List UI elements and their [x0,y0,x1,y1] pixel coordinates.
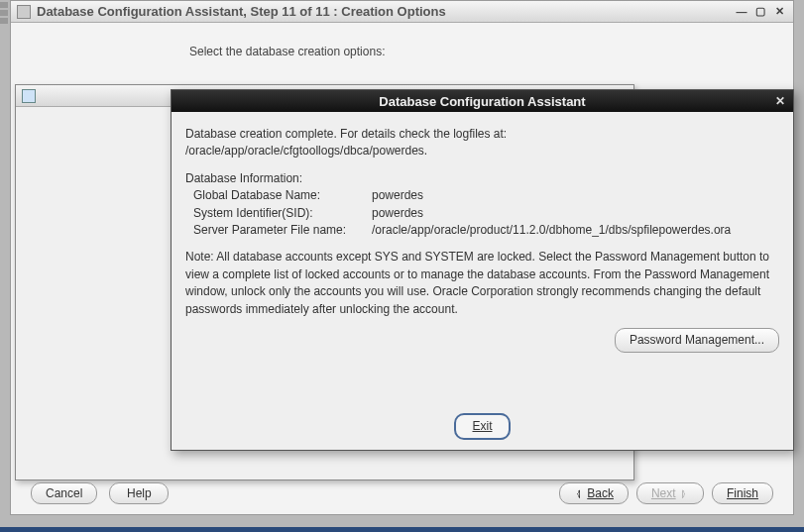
exit-button[interactable]: Exit [454,413,510,440]
global-db-label: Global Database Name: [193,187,372,204]
completion-body: Database creation complete. For details … [172,112,793,450]
close-icon[interactable]: ✕ [773,94,787,108]
info-heading: Database Information: [185,170,779,187]
taskbar [0,527,804,532]
wizard-title: Database Configuration Assistant, Step 1… [37,4,446,19]
minimize-button[interactable]: — [734,5,749,19]
global-db-value: powerdes [372,187,779,204]
spfile-value: /oracle/app/oracle/product/11.2.0/dbhome… [372,222,779,239]
window-icon [17,5,31,19]
log-path: /oracle/app/oracle/cfgtoollogs/dbca/powe… [185,143,779,160]
info-row: Global Database Name: powerdes [193,187,779,204]
note-text: Note: All database accounts except SYS a… [185,249,779,318]
finish-button[interactable]: Finish [712,482,773,504]
chevron-right-icon: ⦊ [681,487,687,499]
maximize-button[interactable]: ▢ [752,5,768,19]
completion-dialog: Database Configuration Assistant ✕ Datab… [171,89,794,451]
password-management-button[interactable]: Password Management... [615,328,779,353]
wizard-button-row: Cancel Help ⦉ Back Next ⦊ Finish [31,482,773,504]
sid-label: System Identifier(SID): [193,205,372,222]
cancel-button[interactable]: Cancel [31,482,97,504]
sid-value: powerdes [372,205,779,222]
completion-title: Database Configuration Assistant [379,94,585,109]
next-button: Next ⦊ [636,482,704,504]
wizard-titlebar[interactable]: Database Configuration Assistant, Step 1… [11,1,793,23]
complete-message: Database creation complete. For details … [185,126,779,143]
close-button[interactable]: ✕ [771,5,787,19]
info-row: Server Parameter File name: /oracle/app/… [193,222,779,239]
options-heading: Select the database creation options: [189,45,385,58]
info-table: Global Database Name: powerdes System Id… [193,187,779,239]
back-button[interactable]: ⦉ Back [559,482,629,504]
info-row: System Identifier(SID): powerdes [193,205,779,222]
help-button[interactable]: Help [109,482,169,504]
desktop-pager [0,2,8,24]
window-icon [22,89,36,103]
completion-titlebar[interactable]: Database Configuration Assistant ✕ [172,90,793,112]
spfile-label: Server Parameter File name: [193,222,372,239]
chevron-left-icon: ⦉ [576,487,582,499]
